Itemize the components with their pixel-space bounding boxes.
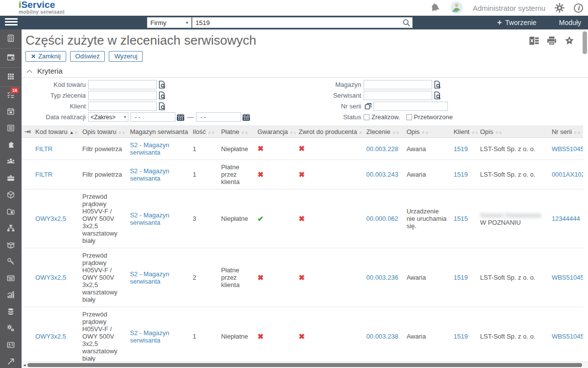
serial-stack-icon[interactable] xyxy=(365,103,372,110)
scroll-left-arrow-icon[interactable]: ◄ xyxy=(22,363,27,368)
criteria-toggle[interactable]: Kryteria xyxy=(22,63,588,77)
calendar-from-icon[interactable] xyxy=(176,113,185,121)
nr_serii-link[interactable]: WBS510451 xyxy=(552,333,583,340)
date-from-input[interactable] xyxy=(130,112,175,122)
klient-input[interactable] xyxy=(88,102,157,111)
refresh-button[interactable]: Odśwież xyxy=(70,51,105,62)
pin-column-header[interactable] xyxy=(22,126,32,138)
favorite-star-icon[interactable] xyxy=(564,36,574,45)
sidebar-item-finance[interactable] xyxy=(0,304,22,320)
search-icon[interactable] xyxy=(402,19,411,28)
zlecenie-link[interactable]: 00.003.236 xyxy=(367,274,398,281)
klient-link[interactable]: 1519 xyxy=(454,274,468,281)
nr_serii-link[interactable]: WBS510451 xyxy=(552,274,583,281)
sidebar-item-documents[interactable] xyxy=(0,120,22,137)
checkbox-zrealizow[interactable]: Zrealizow. xyxy=(364,113,400,121)
column-header-klient_nazwa[interactable]: Opis∧∨ xyxy=(477,126,549,138)
notifications-bell-icon[interactable] xyxy=(430,2,441,13)
kod-link[interactable]: OWY3x2,5 xyxy=(35,274,66,281)
column-header-platne[interactable]: Płatne∧∨ xyxy=(218,126,254,138)
sidebar-item-settings[interactable] xyxy=(0,320,22,337)
serwisant-input[interactable] xyxy=(364,91,432,100)
column-header-zwrot[interactable]: Zwrot do producenta∧∨ xyxy=(295,126,363,138)
magazyn-input[interactable] xyxy=(364,80,432,89)
table-row[interactable]: OWY3x2,5Przewód prądowy H05VV-F / OWY 50… xyxy=(22,248,583,307)
kod-link[interactable]: FILTR xyxy=(35,171,52,178)
column-header-klient[interactable]: Klient∧∨ xyxy=(451,126,477,138)
nr_serii-link[interactable]: 0001AX102 xyxy=(552,171,583,178)
vertical-scrollbar[interactable] xyxy=(583,31,587,362)
excel-export-icon[interactable] xyxy=(529,36,539,45)
reset-button[interactable]: Wyzeruj xyxy=(109,51,143,62)
sidebar-item-products[interactable] xyxy=(0,187,22,204)
modules-menu[interactable]: Moduły xyxy=(559,19,581,26)
klient-link[interactable]: 1519 xyxy=(454,333,468,340)
hamburger-menu-icon[interactable] xyxy=(5,18,18,27)
search-scope-select[interactable]: Firmy ▾ xyxy=(147,17,192,28)
user-avatar[interactable] xyxy=(449,1,464,15)
typ-zlecenia-input[interactable] xyxy=(88,91,157,100)
vertical-scrollbar-thumb[interactable] xyxy=(583,31,587,54)
gear-icon[interactable] xyxy=(554,2,565,13)
sidebar-item-modules-grid[interactable] xyxy=(0,68,22,87)
sidebar-item-structure[interactable] xyxy=(0,220,22,237)
column-header-gwarancja[interactable]: Gwarancja∧∨ xyxy=(254,126,295,138)
magazyn-link[interactable]: S2 - Magazyn serwisanta xyxy=(130,270,169,285)
klient-link[interactable]: 1519 xyxy=(454,145,468,153)
magazyn-link[interactable]: S2 - Magazyn serwisanta xyxy=(130,211,169,226)
typ-zlecenia-lookup-icon[interactable] xyxy=(158,91,166,100)
kod-link[interactable]: OWY3x2,5 xyxy=(35,333,66,340)
sidebar-item-external[interactable] xyxy=(0,354,22,368)
horizontal-scrollbar[interactable]: ◄ xyxy=(22,362,588,368)
sidebar-item-contacts[interactable] xyxy=(0,337,22,354)
date-range-select[interactable]: <Zakres>▾ xyxy=(88,112,128,122)
column-header-kod[interactable]: Kod towaru▲∨ xyxy=(32,126,79,138)
sidebar-item-tasks[interactable]: 16 xyxy=(0,87,22,104)
sidebar-item-plugins[interactable] xyxy=(0,137,22,154)
table-row[interactable]: OWY3x2,5Przewód prądowy H05VV-F / OWY 50… xyxy=(22,307,583,362)
column-header-zlecenie[interactable]: Zlecenie∧∨ xyxy=(364,126,404,138)
column-header-opis_towaru[interactable]: Opis towaru∧∨ xyxy=(79,126,127,138)
nr_serii-link[interactable]: WBS510451 xyxy=(552,145,583,153)
magazyn-link[interactable]: S2 - Magazyn serwisanta xyxy=(130,141,169,156)
magazyn-lookup-icon[interactable] xyxy=(433,80,441,89)
table-row[interactable]: OWY3x2,5Przewód prądowy H05VV-F / OWY 50… xyxy=(22,189,583,248)
zlecenie-link[interactable]: 00.003.243 xyxy=(367,171,398,178)
sidebar-item-permissions[interactable] xyxy=(0,254,22,270)
magazyn-link[interactable]: S2 - Magazyn serwisanta xyxy=(130,329,169,344)
sidebar-item-registers[interactable] xyxy=(0,270,22,287)
horizontal-scrollbar-thumb[interactable] xyxy=(27,363,582,367)
info-icon[interactable]: i xyxy=(574,3,583,13)
table-row[interactable]: FILTRFiltr powietrzaS2 - Magazyn serwisa… xyxy=(22,160,583,189)
kod-link[interactable]: FILTR xyxy=(35,145,52,153)
serwisant-lookup-icon[interactable] xyxy=(433,91,441,100)
print-icon[interactable] xyxy=(547,36,557,45)
sidebar-item-panel[interactable] xyxy=(0,49,22,68)
sidebar-item-clients[interactable] xyxy=(0,154,22,170)
sidebar-item-warehouse[interactable] xyxy=(0,237,22,254)
column-header-opis_zlecenia[interactable]: Opis∧∨ xyxy=(404,126,451,138)
nr-serii-input[interactable] xyxy=(373,102,448,111)
magazyn-link[interactable]: S2 - Magazyn serwisanta xyxy=(130,167,169,182)
kod-link[interactable]: OWY3x2,5 xyxy=(35,215,66,222)
kod-towaru-input[interactable] xyxy=(88,80,157,89)
create-menu[interactable]: +Tworzenie xyxy=(497,18,537,27)
search-input[interactable] xyxy=(193,18,399,27)
column-header-ilosc[interactable]: Ilość∧∨ xyxy=(190,126,218,138)
checkbox-przetworzone[interactable]: Przetworzone xyxy=(406,113,453,121)
zlecenie-link[interactable]: 00.003.238 xyxy=(367,333,398,340)
sidebar-item-files[interactable] xyxy=(0,204,22,220)
klient-link[interactable]: 1515 xyxy=(454,215,468,222)
app-logo[interactable]: iService mobilny serwisant xyxy=(19,0,65,16)
table-row[interactable]: FILTRFiltr powietrzaS2 - Magazyn serwisa… xyxy=(22,138,583,160)
sidebar-item-reports[interactable] xyxy=(0,287,22,304)
zlecenie-link[interactable]: 00.000.062 xyxy=(367,215,398,222)
column-header-magazyn[interactable]: Magazyn serwisanta∧∨ xyxy=(127,126,190,138)
date-to-input[interactable] xyxy=(196,112,241,122)
calendar-to-icon[interactable] xyxy=(242,113,250,121)
kod-towaru-lookup-icon[interactable] xyxy=(158,80,166,89)
sidebar-item-organization[interactable] xyxy=(0,29,22,49)
column-header-nr_serii[interactable]: Nr serii∧∨ xyxy=(549,126,583,138)
klient-lookup-icon[interactable] xyxy=(158,102,166,110)
sidebar-item-services[interactable] xyxy=(0,170,22,187)
